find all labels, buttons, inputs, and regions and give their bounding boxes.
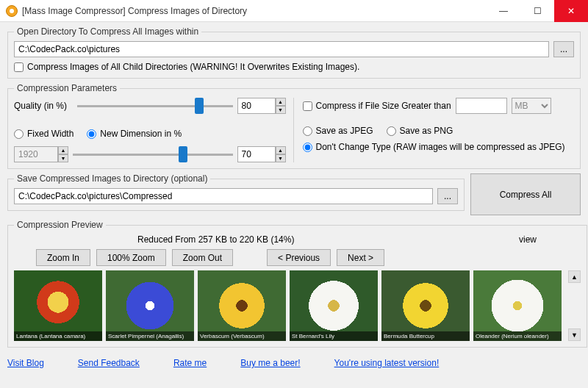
thumbnail[interactable]: Verbascum (Verbascum) <box>198 270 286 341</box>
preview-legend: Compression Preview <box>14 220 106 230</box>
dimension-spin-buttons[interactable]: ▲▼ <box>276 146 286 162</box>
dimension-slider[interactable] <box>73 154 233 156</box>
save-jpeg-radio[interactable] <box>303 126 312 136</box>
thumbnail-scrollbar[interactable]: ▲ ▼ <box>568 270 581 341</box>
compression-params-group: Compression Parameters Quality (in %) ▲▼… <box>7 83 581 169</box>
source-path-input[interactable] <box>14 41 549 57</box>
next-button[interactable]: Next > <box>337 249 384 266</box>
fixed-width-spinner[interactable] <box>14 146 58 162</box>
save-jpeg-radio-label[interactable]: Save as JPEG <box>303 126 373 136</box>
footer: Visit Blog Send Feedback Rate me Buy me … <box>0 355 588 371</box>
dest-path-input[interactable] <box>14 188 433 204</box>
open-directory-legend: Open Directory To Compress All Images wi… <box>14 26 201 37</box>
zoom-out-button[interactable]: Zoom Out <box>172 249 233 266</box>
thumbnail[interactable]: Oleander (Nerium oleander) <box>473 270 562 341</box>
zoom-in-button[interactable]: Zoom In <box>36 249 90 266</box>
size-threshold-checkbox[interactable] <box>303 101 312 111</box>
previous-button[interactable]: < Previous <box>267 249 331 266</box>
buy-beer-link[interactable]: Buy me a beer! <box>240 358 300 368</box>
preview-status: Reduced From 257 KB to 220 KB (14%) <box>137 234 294 245</box>
latest-version-link[interactable]: You're using latest version! <box>334 358 440 368</box>
app-icon <box>6 5 18 17</box>
fixed-width-spin-buttons[interactable]: ▲▼ <box>58 146 68 162</box>
quality-label: Quality (in %) <box>14 101 73 111</box>
size-threshold-input[interactable] <box>456 98 507 114</box>
send-feedback-link[interactable]: Send Feedback <box>78 358 140 368</box>
compress-all-button[interactable]: Compress All <box>470 173 581 215</box>
save-png-radio[interactable] <box>387 126 396 136</box>
thumbnail[interactable]: Scarlet Pimpernel (Anagallis) <box>106 270 194 341</box>
fixed-width-radio-label[interactable]: Fixed Width <box>14 129 74 139</box>
dont-change-radio-label[interactable]: Don't Change Type (RAW images will be co… <box>303 142 575 152</box>
visit-blog-link[interactable]: Visit Blog <box>7 358 44 368</box>
recurse-checkbox[interactable] <box>14 62 24 72</box>
quality-slider[interactable] <box>77 105 233 107</box>
minimize-button[interactable]: — <box>487 0 520 22</box>
scroll-down-icon[interactable]: ▼ <box>568 328 581 341</box>
dimension-spinner[interactable] <box>237 146 276 162</box>
browse-source-button[interactable]: ... <box>553 41 574 57</box>
dont-change-radio[interactable] <box>303 143 312 152</box>
quality-spinner[interactable] <box>237 98 276 114</box>
save-directory-group: Save Compressed Images to Directory (opt… <box>7 173 465 211</box>
titlebar: [Mass Image Compressor] Compress Images … <box>0 0 588 22</box>
recurse-checkbox-label[interactable]: Compress Images of All Child Directories… <box>14 62 574 72</box>
thumbnail[interactable]: St Bernard's Lily <box>290 270 378 341</box>
size-unit-select[interactable]: MB <box>512 98 551 114</box>
zoom-100-button[interactable]: 100% Zoom <box>96 249 166 266</box>
thumbnail[interactable]: Bermuda Buttercup <box>381 270 470 341</box>
compression-params-legend: Compression Parameters <box>14 83 120 93</box>
open-directory-group: Open Directory To Compress All Images wi… <box>7 26 581 79</box>
scroll-up-icon[interactable]: ▲ <box>568 270 581 283</box>
save-directory-legend: Save Compressed Images to Directory (opt… <box>14 173 210 184</box>
view-label: view <box>519 234 537 245</box>
new-dimension-radio[interactable] <box>87 129 96 139</box>
size-threshold-checkbox-label[interactable]: Compress if File Size Greater than <box>303 101 451 111</box>
save-png-radio-label[interactable]: Save as PNG <box>387 126 453 136</box>
browse-dest-button[interactable]: ... <box>437 188 458 204</box>
thumbnail[interactable]: Lantana (Lantana camara) <box>14 270 102 341</box>
close-button[interactable]: ✕ <box>554 0 588 22</box>
quality-spin-buttons[interactable]: ▲▼ <box>276 98 286 114</box>
fixed-width-radio[interactable] <box>14 129 24 139</box>
window-title: [Mass Image Compressor] Compress Images … <box>22 6 487 16</box>
new-dimension-radio-label[interactable]: New Dimension in % <box>87 129 182 139</box>
rate-me-link[interactable]: Rate me <box>173 358 207 368</box>
preview-group: Compression Preview Reduced From 257 KB … <box>7 220 587 348</box>
maximize-button[interactable]: ☐ <box>520 0 554 22</box>
